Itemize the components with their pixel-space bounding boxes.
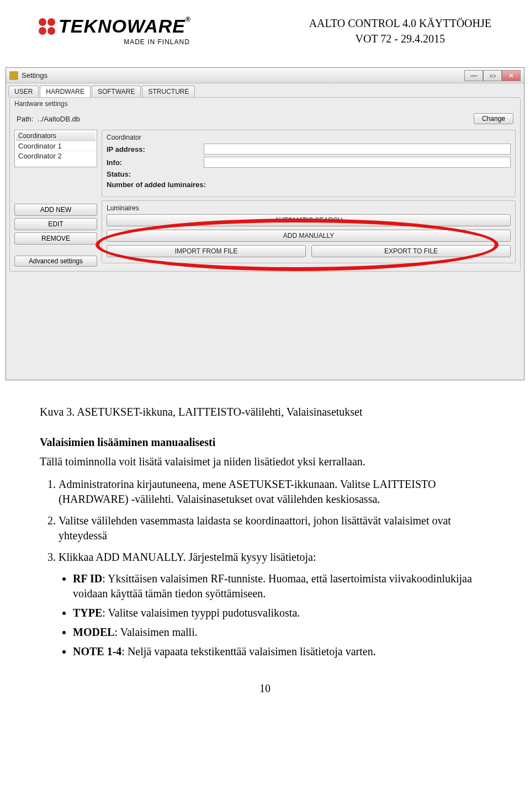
remove-button[interactable]: REMOVE [14,232,97,245]
add-manually-button[interactable]: ADD MANUALLY [107,230,511,242]
window-empty-area [6,275,524,380]
left-column: Coordinators Coordinator 1 Coordinator 2… [14,130,97,267]
automatic-search-button[interactable]: AUTOMATIC SEARCH [107,214,511,226]
luminaires-buttons: AUTOMATIC SEARCH ADD MANUALLY IMPORT FRO… [107,214,511,257]
path-value: ../AaltoDB.db [38,115,80,123]
logo-dots-icon [39,18,55,35]
document-body: Kuva 3. ASETUKSET-ikkuna, LAITTEISTO-väl… [0,391,530,718]
bullet-bold: NOTE 1-4 [73,645,121,657]
hardware-body: Coordinators Coordinator 1 Coordinator 2… [14,130,516,267]
logo: TEKNOWARE® [39,15,191,37]
list-item: Valitse välilehden vasemmasta laidasta s… [59,513,490,543]
bullet-bold: MODEL [73,626,115,638]
logo-text: TEKNOWARE® [59,15,191,37]
export-to-file-button[interactable]: EXPORT TO FILE [311,245,511,257]
ip-address-input[interactable] [204,144,511,155]
tab-hardware[interactable]: HARDWARE [40,86,91,97]
list-item: RF ID: Yksittäisen valaisimen RF-tunnist… [73,571,490,601]
list-item[interactable]: Coordinator 1 [16,141,96,151]
figure-caption: Kuva 3. ASETUKSET-ikkuna, LAITTEISTO-väl… [40,405,490,420]
app-icon [9,71,18,80]
maximize-button[interactable]: ▭ [483,70,502,81]
registered-icon: ® [186,15,191,23]
import-export-row: IMPORT FROM FILE EXPORT TO FILE [107,245,511,257]
bullet-text: : Neljä vapaata tekstikenttää valaisimen… [121,645,375,657]
made-in-label: MADE IN FINLAND [124,38,190,46]
intro-paragraph: Tällä toiminnolla voit lisätä valaisimet… [40,454,490,469]
tab-software[interactable]: SOFTWARE [92,86,141,97]
bullet-bold: TYPE [73,607,102,619]
close-button[interactable]: ✕ [502,70,521,81]
edit-button[interactable]: EDIT [14,218,97,230]
coordinators-listbox[interactable]: Coordinators Coordinator 1 Coordinator 2 [14,130,97,167]
luminaires-legend: Luminaires [107,204,511,212]
ip-address-row: IP address: [107,144,511,155]
info-label: Info: [107,158,200,167]
screenshot-figure: Settings — ▭ ✕ USER HARDWARE SOFTWARE ST… [6,67,524,380]
info-row: Info: [107,157,511,168]
list-item: Administratorina kirjautuneena, mene ASE… [59,477,490,507]
bullets-list: RF ID: Yksittäisen valaisimen RF-tunnist… [40,571,490,659]
num-luminaires-label: Number of added luminaires: [107,181,206,189]
tab-structure[interactable]: STRUCTURE [142,86,195,97]
luminaires-box: Luminaires AUTOMATIC SEARCH ADD MANUALLY… [102,200,516,263]
bullet-text: : Valaisimen malli. [115,626,198,638]
bullet-text: : Yksittäisen valaisimen RF-tunniste. Hu… [73,572,472,599]
titlebar[interactable]: Settings — ▭ ✕ [6,68,524,83]
doc-meta: AALTO CONTROL 4.0 KÄYTTÖOHJE VOT 72 - 29… [309,15,491,46]
group-legend: Hardware settings [14,100,516,108]
doc-title-line1: AALTO CONTROL 4.0 KÄYTTÖOHJE [309,15,491,31]
steps-list: Administratorina kirjautuneena, mene ASE… [40,477,490,565]
ip-address-label: IP address: [107,145,200,153]
coordinator-legend: Coordinator [107,134,511,141]
path-row: Path: ../AaltoDB.db Change [14,111,516,130]
import-from-file-button[interactable]: IMPORT FROM FILE [107,245,306,257]
hardware-settings-group: Hardware settings Path: ../AaltoDB.db Ch… [9,97,521,272]
list-item: NOTE 1-4: Neljä vapaata tekstikenttää va… [73,644,490,659]
info-input[interactable] [204,157,511,168]
section-subheading: Valaisimien lisääminen manuaalisesti [40,435,490,450]
doc-title-line2: VOT 72 - 29.4.2015 [309,31,491,46]
settings-window: Settings — ▭ ✕ USER HARDWARE SOFTWARE ST… [6,67,524,380]
logo-name: TEKNOWARE [59,15,186,36]
logo-block: TEKNOWARE® MADE IN FINLAND [39,15,191,46]
window-title: Settings [22,71,47,79]
add-new-button[interactable]: ADD NEW [14,204,97,216]
tab-user[interactable]: USER [8,86,39,97]
bullet-text: : Valitse valaisimen tyyppi pudotusvalik… [102,607,300,619]
advanced-settings-button[interactable]: Advanced settings [14,256,97,267]
right-column: Coordinator IP address: Info: Status: [102,130,516,267]
list-item: TYPE: Valitse valaisimen tyyppi pudotusv… [73,606,490,620]
window-controls: — ▭ ✕ [464,70,521,81]
list-item[interactable]: Coordinator 2 [16,151,96,161]
list-item: Klikkaa ADD MANUALLY. Järjestelmä kysyy … [59,550,490,565]
bullet-bold: RF ID [73,572,102,585]
num-luminaires-row: Number of added luminaires: [107,181,511,189]
settings-tabs: USER HARDWARE SOFTWARE STRUCTURE [6,83,524,97]
list-item: MODEL: Valaisimen malli. [73,625,490,640]
page-number: 10 [40,681,490,696]
minimize-button[interactable]: — [464,70,483,81]
listbox-header: Coordinators [16,131,96,141]
status-label: Status: [107,170,200,178]
coordinator-box: Coordinator IP address: Info: Status: [102,130,516,197]
left-buttons: ADD NEW EDIT REMOVE [14,204,97,245]
page-header: TEKNOWARE® MADE IN FINLAND AALTO CONTROL… [0,0,530,51]
path-label: Path: [17,115,33,123]
change-button[interactable]: Change [474,113,513,124]
status-row: Status: [107,170,511,178]
